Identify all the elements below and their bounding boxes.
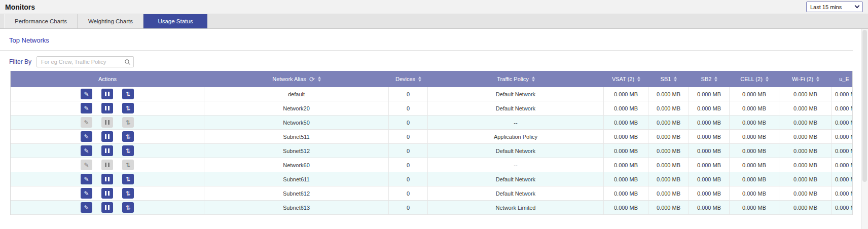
- edit-button[interactable]: ✎: [81, 89, 92, 99]
- pause-button[interactable]: [101, 103, 113, 113]
- metric-cell: 0.000 MB: [648, 101, 689, 115]
- metric-cell: 0.000 MB: [730, 172, 779, 186]
- edit-button[interactable]: ✎: [81, 160, 92, 170]
- table-row: ✎ ⇅ Subnet613 0 Network Limited 0.000 MB…: [11, 201, 852, 215]
- metric-cell: 0.000 MB: [730, 116, 779, 129]
- metric-cell: 0.000 MB: [832, 101, 852, 115]
- traffic-priority-button[interactable]: ⇅: [122, 145, 134, 156]
- metric-cell: 0.000 MB: [689, 130, 730, 143]
- refresh-icon[interactable]: ⟳: [309, 76, 315, 83]
- sort-icon[interactable]: [816, 77, 819, 82]
- column-header-vsat[interactable]: VSAT (2): [604, 71, 648, 87]
- pause-button[interactable]: [101, 202, 113, 213]
- pause-button[interactable]: [101, 117, 113, 128]
- traffic-priority-button[interactable]: ⇅: [122, 117, 134, 128]
- sort-icon[interactable]: [318, 77, 321, 82]
- pause-icon: [105, 148, 110, 153]
- usage-status-panel: Top Networks Filter By Actions: [0, 29, 853, 229]
- edit-button[interactable]: ✎: [81, 188, 92, 199]
- metrics-header-group: VSAT (2) SB1 SB2 CELL (2): [604, 71, 852, 87]
- pause-icon: [105, 177, 110, 181]
- column-label: Network Alias: [272, 76, 306, 82]
- traffic-policy-cell: Default Network: [428, 101, 604, 115]
- tab-performance-charts[interactable]: Performance Charts: [4, 14, 78, 28]
- vertical-scrollbar-track[interactable]: [861, 29, 868, 229]
- search-icon[interactable]: [124, 58, 131, 67]
- network-alias-cell: Subnet511: [204, 130, 389, 143]
- vertical-scrollbar-thumb[interactable]: [862, 30, 867, 182]
- sort-icon[interactable]: [637, 77, 640, 82]
- edit-button[interactable]: ✎: [81, 103, 92, 113]
- metric-cell: 0.000 MB: [779, 144, 832, 158]
- actions-cell: ✎ ⇅: [11, 172, 204, 186]
- metric-cell: 0.000 MB: [604, 201, 648, 214]
- column-header-u-e[interactable]: u_E: [832, 71, 852, 87]
- sort-icon[interactable]: [766, 77, 769, 82]
- sort-icon[interactable]: [674, 77, 677, 82]
- filter-input[interactable]: [37, 56, 134, 67]
- pause-button[interactable]: [101, 89, 113, 99]
- metrics-cells: 0.000 MB 0.000 MB 0.000 MB 0.000 MB 0.00…: [604, 116, 852, 129]
- edit-button[interactable]: ✎: [81, 145, 92, 156]
- metrics-cells: 0.000 MB 0.000 MB 0.000 MB 0.000 MB 0.00…: [604, 186, 852, 200]
- column-header-sb1[interactable]: SB1: [648, 71, 689, 87]
- network-alias-cell: Network20: [204, 101, 389, 115]
- edit-button[interactable]: ✎: [81, 131, 92, 142]
- top-bar: Monitors Last 15 mins: [0, 0, 868, 14]
- column-header-devices[interactable]: Devices: [389, 71, 428, 87]
- edit-button[interactable]: ✎: [81, 202, 92, 213]
- sort-icon[interactable]: [532, 77, 535, 82]
- pause-button[interactable]: [101, 145, 113, 156]
- sort-icon[interactable]: [714, 77, 717, 82]
- metric-cell: 0.000 MB: [832, 87, 852, 101]
- metric-cell: 0.000 MB: [832, 158, 852, 172]
- traffic-priority-button[interactable]: ⇅: [122, 89, 134, 99]
- actions-cell: ✎ ⇅: [11, 130, 204, 143]
- pause-button[interactable]: [101, 188, 113, 199]
- pause-icon: [105, 106, 110, 110]
- devices-cell: 0: [389, 144, 428, 158]
- network-alias-cell: default: [204, 87, 389, 101]
- column-header-network-alias[interactable]: Network Alias ⟳: [204, 71, 389, 87]
- column-label: SB2: [701, 76, 712, 82]
- traffic-priority-button[interactable]: ⇅: [122, 160, 134, 170]
- column-header-cell[interactable]: CELL (2): [730, 71, 779, 87]
- traffic-priority-button[interactable]: ⇅: [122, 188, 134, 199]
- tab-usage-status[interactable]: Usage Status: [143, 14, 207, 28]
- metric-cell: 0.000 MB: [604, 116, 648, 129]
- network-alias-cell: Subnet512: [204, 144, 389, 158]
- up-down-arrows-icon: ⇅: [125, 176, 130, 182]
- metric-cell: 0.000 MB: [604, 130, 648, 143]
- edit-button[interactable]: ✎: [81, 117, 92, 128]
- table-header: Actions Network Alias ⟳ Devices Traffic …: [11, 71, 852, 87]
- pencil-icon: ✎: [84, 120, 89, 126]
- traffic-priority-button[interactable]: ⇅: [122, 131, 134, 142]
- traffic-priority-button[interactable]: ⇅: [122, 174, 134, 184]
- pause-button[interactable]: [101, 131, 113, 142]
- column-header-traffic-policy[interactable]: Traffic Policy: [428, 71, 604, 87]
- time-range-dropdown[interactable]: Last 15 mins: [806, 2, 863, 12]
- metric-cell: 0.000 MB: [832, 201, 852, 214]
- pencil-icon: ✎: [84, 134, 89, 140]
- column-label: Actions: [98, 76, 117, 82]
- up-down-arrows-icon: ⇅: [125, 148, 130, 154]
- metric-cell: 0.000 MB: [648, 172, 689, 186]
- table-row: ✎ ⇅ Subnet511 0 Application Policy 0.000…: [11, 130, 852, 144]
- metric-cell: 0.000 MB: [648, 186, 689, 200]
- pause-button[interactable]: [101, 160, 113, 170]
- metric-cell: 0.000 MB: [689, 186, 730, 200]
- column-header-sb2[interactable]: SB2: [689, 71, 730, 87]
- networks-table: Actions Network Alias ⟳ Devices Traffic …: [10, 71, 853, 215]
- metric-cell: 0.000 MB: [689, 158, 730, 172]
- sort-icon[interactable]: [418, 77, 421, 82]
- metric-cell: 0.000 MB: [730, 87, 779, 101]
- metric-cell: 0.000 MB: [832, 116, 852, 129]
- metric-cell: 0.000 MB: [730, 130, 779, 143]
- traffic-priority-button[interactable]: ⇅: [122, 202, 134, 213]
- pause-button[interactable]: [101, 174, 113, 184]
- edit-button[interactable]: ✎: [81, 174, 92, 184]
- traffic-priority-button[interactable]: ⇅: [122, 103, 134, 113]
- pause-icon: [105, 163, 110, 167]
- tab-weighting-charts[interactable]: Weighting Charts: [78, 14, 143, 28]
- column-header-wifi[interactable]: Wi-Fi (2): [779, 71, 832, 87]
